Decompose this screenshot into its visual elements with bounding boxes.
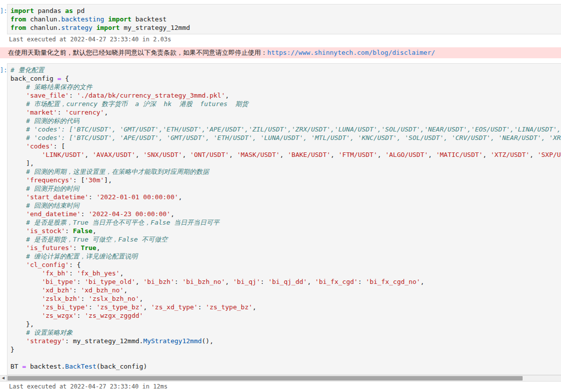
code-token: backtest. xyxy=(26,363,65,370)
code-token: my_strategy_12mmd xyxy=(120,24,190,31)
code-cell-2[interactable]: # 量化配置back_config = { # 策略结果保存的文件 'save_… xyxy=(7,63,561,375)
execution-prompt: ]: xyxy=(0,66,7,75)
horizontal-scrollbar[interactable]: ◀ xyxy=(0,375,561,382)
code-token: , xyxy=(420,278,424,285)
code-line: 'xd_bzh': 'xd_bzh_no', xyxy=(10,286,559,294)
code-token: BackTest xyxy=(65,363,97,370)
code-token: , xyxy=(104,109,108,116)
code-token: , xyxy=(483,151,491,158)
code-token: # 回测的周期，这里设置里，在策略中才能取到对应周期的数据 xyxy=(26,168,209,175)
code-token: '2022-01-01 00:00:00' xyxy=(96,193,178,201)
code-token: , xyxy=(377,151,385,158)
code-cell-2-row: ]: # 量化配置back_config = { # 策略结果保存的文件 'sa… xyxy=(0,63,561,375)
code-token xyxy=(10,253,26,260)
code-line: 'zs_bi_type': 'zs_type_bz', 'zs_xd_type'… xyxy=(10,303,559,311)
code-token: 'MATIC/USDT' xyxy=(436,151,483,158)
code-token: : xyxy=(69,92,77,99)
code-token: 'fx_bh' xyxy=(42,269,69,277)
code-editor-2[interactable]: # 量化配置back_config = { # 策略结果保存的文件 'save_… xyxy=(10,66,559,371)
code-line: } xyxy=(10,345,559,354)
code-token: = xyxy=(57,75,61,82)
code-token xyxy=(10,117,26,125)
code-cell-1[interactable]: import pandas as pdfrom chanlun.backtest… xyxy=(7,4,561,34)
notebook-page: { "colors": { "keyword": "#008000", "str… xyxy=(0,0,561,392)
code-line: # 是否是期货，True 可做空，False 不可做空 xyxy=(10,235,559,244)
code-token xyxy=(10,210,26,218)
code-token: pandas xyxy=(34,7,65,14)
code-token: 'ONT/USDT' xyxy=(190,151,229,158)
code-token: 'codes' xyxy=(26,142,53,150)
code-line: # 回测的标的代码 xyxy=(10,117,559,125)
code-token: # 市场配置，currency 数字货币 a 沪深 hk 港股 futures … xyxy=(26,100,248,108)
code-line: ], xyxy=(10,159,559,167)
code-token xyxy=(10,286,42,294)
code-token: : xyxy=(89,193,97,201)
code-token: : { xyxy=(69,261,80,268)
code-token: 'zs_type_bz' xyxy=(205,303,252,311)
code-token: './data/bk/currency_strategy_3mmd.pkl' xyxy=(77,92,225,99)
disclaimer-link[interactable]: https://www.shinnytech.com/blog/disclaim… xyxy=(267,49,435,56)
code-token: False xyxy=(73,227,92,235)
code-token: 'market' xyxy=(26,109,57,116)
code-token: 'zslx_bzh' xyxy=(42,295,81,302)
code-line: 'start_datetime': '2022-01-01 00:00:00', xyxy=(10,193,559,201)
code-token: : xyxy=(77,312,85,319)
code-token: 'bi_qj_dd' xyxy=(268,278,307,285)
code-token: import xyxy=(108,15,132,23)
code-token: import xyxy=(96,24,120,31)
code-token: 'xd_bzh' xyxy=(42,286,73,294)
code-token: : xyxy=(175,278,183,285)
code-token: ], xyxy=(10,159,34,167)
scrollbar-left-arrow-icon[interactable]: ◀ xyxy=(0,376,7,381)
code-token: , xyxy=(331,151,339,158)
code-token: , xyxy=(96,244,100,252)
code-token: : xyxy=(69,269,77,277)
code-token: : xyxy=(260,278,268,285)
code-token: 'bi_qj' xyxy=(233,278,260,285)
code-line: 'save_file': './data/bk/currency_strateg… xyxy=(10,91,559,100)
code-token: 'zs_type_bz' xyxy=(96,303,143,311)
code-token: 'FTM/USDT' xyxy=(339,151,377,158)
code-token: 'zs_wzgx_zggdd' xyxy=(85,312,143,319)
code-token: 'strategy' xyxy=(26,337,65,345)
code-token: 'bi_fx_cgd' xyxy=(315,278,358,285)
code-token: 'cl_config' xyxy=(26,261,69,268)
code-token: }, xyxy=(10,320,34,328)
code-token xyxy=(10,100,26,108)
code-line: from chanlun.backtesting import backtest xyxy=(10,15,559,23)
code-token: , xyxy=(428,151,436,158)
code-token xyxy=(10,227,26,235)
code-token: : xyxy=(198,303,206,311)
code-line: 'is_futures': True, xyxy=(10,244,559,252)
code-line: # 回测的周期，这里设置里，在策略中才能取到对应周期的数据 xyxy=(10,167,559,176)
scrollbar-thumb[interactable] xyxy=(7,376,523,381)
code-token: 'XTZ/USDT' xyxy=(491,151,530,158)
code-token: , xyxy=(179,193,183,201)
code-token: 'frequencys' xyxy=(26,176,73,184)
code-token: (), xyxy=(202,337,213,345)
code-editor-1[interactable]: import pandas as pdfrom chanlun.backtest… xyxy=(10,6,559,32)
code-line: # 回测的结束时间 xyxy=(10,201,559,210)
code-token xyxy=(10,312,42,319)
code-line: 'end_datetime': '2022-04-23 00:00:00', xyxy=(10,210,559,218)
code-token: , xyxy=(92,227,96,235)
code-token xyxy=(10,278,42,285)
code-token xyxy=(104,15,108,23)
code-line: 'zslx_bzh': 'zslx_bzh_no', xyxy=(10,294,559,303)
code-token xyxy=(10,168,26,175)
code-token: 'LINK/USDT' xyxy=(42,151,85,158)
execution-status-2: Last executed at 2022-04-27 23:33:40 in … xyxy=(7,382,561,392)
code-token: { xyxy=(61,75,69,82)
code-token xyxy=(10,176,26,184)
code-token: : xyxy=(77,278,85,285)
code-token: 'save_file' xyxy=(26,92,69,99)
code-token: # 'codes': ['BTC/USDT', 'APE/USDT', 'GMT… xyxy=(26,134,561,141)
code-token: # 回测的结束时间 xyxy=(26,202,79,209)
code-token: 'bi_type_old' xyxy=(85,278,136,285)
code-line: back_config = { xyxy=(10,74,559,83)
code-token: , xyxy=(225,278,233,285)
execution-prompt: ]: xyxy=(0,7,7,15)
code-token: 'end_datetime' xyxy=(26,210,81,218)
code-line: # 量化配置 xyxy=(10,66,559,74)
code-token: : xyxy=(73,286,81,294)
